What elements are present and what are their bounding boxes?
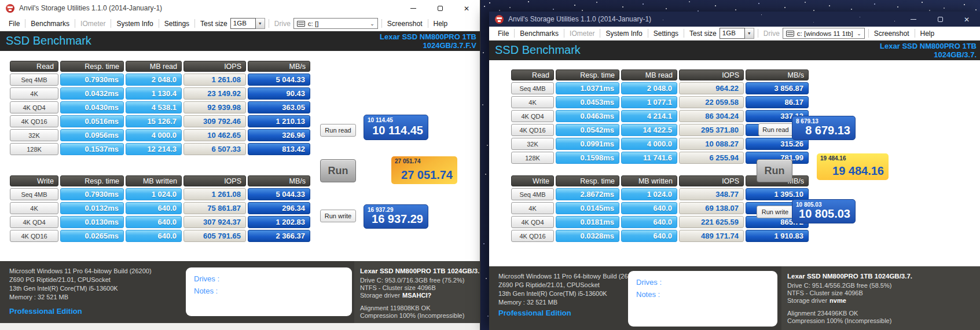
cell-test-label[interactable]: 4K QD16 bbox=[10, 115, 58, 127]
cell-test-label[interactable]: Seq 4MB bbox=[10, 74, 58, 86]
cell-test-label[interactable]: 4K bbox=[511, 202, 554, 214]
window-title: Anvil's Storage Utilities 1.1.0 (2014-Ja… bbox=[19, 4, 162, 12]
drive-select[interactable]: c: [windows 11 1tb] ⌄ bbox=[783, 28, 865, 39]
cell-test-label[interactable]: Seq 4MB bbox=[10, 188, 58, 200]
minimize-button[interactable] bbox=[400, 0, 427, 16]
menu-system-info[interactable]: System Info bbox=[111, 20, 158, 28]
run-button[interactable]: Run bbox=[320, 159, 356, 182]
run-button[interactable]: Run bbox=[757, 159, 792, 182]
cell-test-label[interactable]: 128K bbox=[511, 152, 554, 164]
cell-test-label[interactable]: 128K bbox=[10, 143, 58, 155]
edition-label: Professional Edition bbox=[9, 307, 82, 316]
column-header: MB/s bbox=[248, 61, 310, 72]
cell-test-label[interactable]: 4K QD16 bbox=[511, 230, 554, 242]
memory-line: Memory : 32 521 MB bbox=[498, 298, 641, 307]
read-score-value: 10 114.45 bbox=[372, 124, 423, 137]
cell-test-label[interactable]: 32K bbox=[10, 129, 58, 141]
cell-resp-time: 2.8672ms bbox=[556, 188, 619, 200]
cell-resp-time: 1.0371ms bbox=[556, 82, 619, 94]
system-details: Microsoft Windows 11 Pro 64-bitowy Build… bbox=[498, 272, 641, 307]
cell-mbs: 2 366.37 bbox=[248, 230, 310, 242]
run-read-button[interactable]: Run read bbox=[320, 124, 356, 137]
table-row: 4K0.0453ms1 077.122 059.5886.17 bbox=[511, 96, 809, 108]
title-bar[interactable]: Anvil's Storage Utilities 1.1.0 (2014-Ja… bbox=[489, 12, 980, 27]
page-title: SSD Benchmark bbox=[489, 41, 581, 60]
cell-test-label[interactable]: 4K bbox=[511, 96, 554, 108]
table-row: 4K QD160.0328ms640.0489 171.741 910.83 bbox=[511, 230, 809, 242]
window-controls bbox=[900, 12, 980, 27]
notes-label: Notes : bbox=[628, 288, 777, 300]
menu-benchmarks[interactable]: Benchmarks bbox=[25, 20, 75, 28]
compression-line: Compression 100% (Incompressible) bbox=[787, 317, 977, 325]
cell-iops: 307 924.37 bbox=[183, 216, 246, 228]
test-size-select[interactable]: 1GB ▼ bbox=[720, 28, 754, 39]
cell-test-label[interactable]: Seq 4MB bbox=[511, 188, 554, 200]
cell-mbs: 326.96 bbox=[248, 129, 310, 141]
run-write-button[interactable]: Run write bbox=[320, 210, 356, 222]
cell-mb: 640.0 bbox=[621, 230, 677, 242]
dropdown-arrow-icon[interactable]: ▼ bbox=[745, 28, 754, 39]
read-score-box: 8 679.13 8 679.13 bbox=[792, 116, 856, 140]
cell-iops: 6 507.33 bbox=[183, 143, 246, 155]
os-line: Microsoft Windows 11 Pro 64-bitowy Build… bbox=[9, 267, 152, 276]
cell-test-label[interactable]: 4K QD4 bbox=[511, 216, 554, 228]
table-row: 4K QD40.0130ms640.0307 924.371 202.83 bbox=[10, 216, 310, 228]
cell-iops: 489 171.74 bbox=[679, 230, 744, 242]
run-read-button[interactable]: Run read bbox=[758, 123, 793, 136]
cell-mb: 1 024.0 bbox=[621, 188, 677, 200]
menu-help[interactable]: Help bbox=[428, 20, 453, 28]
test-size-select[interactable]: 1GB ▼ bbox=[230, 18, 265, 29]
spacer bbox=[360, 299, 477, 305]
cell-iops: 86 304.24 bbox=[679, 110, 744, 122]
cell-resp-time: 0.0453ms bbox=[556, 96, 619, 108]
cell-test-label[interactable]: 4K QD16 bbox=[10, 230, 58, 242]
cell-resp-time: 0.0181ms bbox=[556, 216, 619, 228]
maximize-button[interactable] bbox=[427, 0, 453, 16]
close-button[interactable] bbox=[453, 0, 480, 16]
write-score-box: 10 805.03 10 805.03 bbox=[792, 199, 856, 223]
drive-capacity-line: Drive C: 953.0/716.3GB free (75.2%) bbox=[360, 277, 477, 284]
minimize-button[interactable] bbox=[900, 12, 927, 27]
menu-file[interactable]: File bbox=[493, 30, 514, 38]
drive-select[interactable]: c: [] ⌄ bbox=[293, 18, 378, 29]
drive-fs-line: NTFS - Cluster size 4096B bbox=[787, 289, 977, 297]
menu-settings[interactable]: Settings bbox=[159, 20, 194, 28]
run-write-button[interactable]: Run write bbox=[757, 206, 794, 218]
column-header: IOPS bbox=[679, 69, 744, 80]
drives-notes-box[interactable]: Drives : Notes : bbox=[186, 267, 352, 316]
title-bar[interactable]: Anvil's Storage Utilities 1.1.0 (2014-Ja… bbox=[0, 0, 480, 16]
cell-test-label[interactable]: 4K QD4 bbox=[10, 216, 58, 228]
menu-file[interactable]: File bbox=[3, 20, 25, 28]
window-bottom-strip bbox=[0, 323, 480, 330]
cell-test-label[interactable]: 4K QD4 bbox=[10, 101, 58, 113]
cpu-line: 13th Gen Intel(R) Core(TM) i5-13600K bbox=[9, 284, 152, 293]
dropdown-arrow-icon[interactable]: ▼ bbox=[256, 18, 265, 29]
close-button[interactable] bbox=[953, 12, 980, 27]
device-name: Lexar SSD NM800PRO 1TB bbox=[880, 42, 977, 50]
menu-screenshot[interactable]: Screenshot bbox=[869, 30, 915, 38]
menu-system-info[interactable]: System Info bbox=[600, 30, 647, 38]
menu-screenshot[interactable]: Screenshot bbox=[382, 20, 428, 28]
drive-title: Lexar SSD NM800PRO 1TB 1024GB/3.7. bbox=[360, 267, 477, 275]
cell-test-label[interactable]: 4K bbox=[10, 202, 58, 214]
benchmark-header: SSD Benchmark Lexar SSD NM800PRO 1TB 102… bbox=[489, 41, 980, 60]
table-header-row: WriteResp. timeMB writtenIOPSMB/s bbox=[10, 175, 310, 186]
column-header: Resp. time bbox=[60, 61, 124, 72]
cell-mbs: 86.17 bbox=[746, 96, 809, 108]
cell-test-label[interactable]: 4K bbox=[10, 87, 58, 100]
cell-test-label[interactable]: 32K bbox=[511, 138, 554, 150]
table-header-row: ReadResp. timeMB readIOPSMB/s bbox=[511, 69, 809, 80]
cell-test-label[interactable]: Seq 4MB bbox=[511, 82, 554, 94]
total-score-box: 27 051.74 27 051.74 bbox=[391, 156, 457, 184]
cell-mbs: 813.42 bbox=[248, 143, 310, 155]
cell-test-label[interactable]: 4K QD4 bbox=[511, 110, 554, 122]
menu-settings[interactable]: Settings bbox=[648, 30, 684, 38]
cell-test-label[interactable]: 4K QD16 bbox=[511, 124, 554, 136]
drives-notes-box[interactable]: Drives : Notes : bbox=[628, 271, 777, 327]
menu-benchmarks[interactable]: Benchmarks bbox=[515, 30, 564, 38]
cell-resp-time: 0.0265ms bbox=[60, 230, 124, 242]
cell-mb: 14 422.5 bbox=[621, 124, 677, 136]
cell-resp-time: 0.1537ms bbox=[60, 143, 124, 155]
maximize-button[interactable] bbox=[927, 12, 953, 27]
menu-help[interactable]: Help bbox=[915, 30, 940, 38]
